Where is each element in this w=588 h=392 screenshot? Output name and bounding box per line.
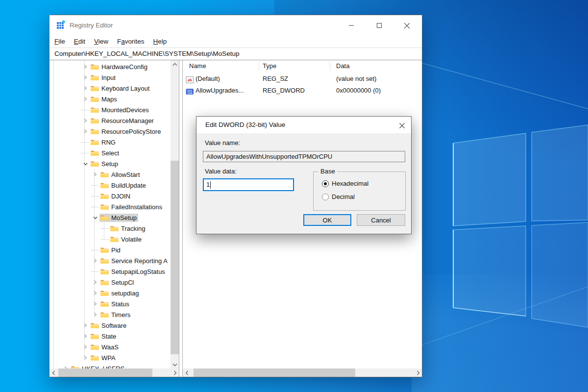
chevron-right-icon[interactable] (81, 126, 90, 137)
menu-help[interactable]: Help (149, 36, 172, 48)
tree-item-keyboard-layout[interactable]: Keyboard Layout (49, 83, 151, 94)
close-button[interactable] (393, 15, 421, 36)
scroll-right-icon[interactable] (171, 368, 179, 377)
folder-icon (100, 172, 109, 178)
address-bar[interactable]: Computer\HKEY_LOCAL_MACHINE\SYSTEM\Setup… (49, 48, 422, 60)
folder-icon (100, 301, 109, 307)
menu-favorites[interactable]: Favorites (113, 36, 149, 48)
folder-icon (91, 150, 99, 156)
tree-item-resourcemanager[interactable]: ResourceManager (49, 115, 155, 126)
cancel-button[interactable]: Cancel (357, 214, 405, 226)
base-group: Base Hexadecimal Decimal (313, 172, 406, 211)
chevron-right-icon[interactable] (81, 94, 90, 104)
tree-hscroll-thumb[interactable] (58, 368, 152, 377)
tree-item-volatile[interactable]: Volatile (49, 234, 143, 245)
title-bar[interactable]: Registry Editor (49, 15, 422, 36)
menu-file[interactable]: File (50, 36, 70, 48)
close-icon (404, 23, 410, 29)
tree-item-hkey-users[interactable]: HKEY_USERS (49, 363, 126, 368)
menu-view[interactable]: View (90, 36, 113, 48)
scroll-right-icon[interactable] (414, 368, 422, 377)
minimize-button[interactable] (337, 15, 365, 36)
chevron-right-icon[interactable] (91, 255, 99, 266)
value-name: AllowUpgrades... (196, 85, 244, 97)
radio-unselected-icon[interactable] (322, 194, 329, 200)
tree-item-setupcl[interactable]: SetupCl (49, 277, 135, 288)
radio-decimal[interactable]: Decimal (322, 193, 355, 200)
tree-item-mounteddevices[interactable]: MountedDevices (49, 104, 150, 115)
tree-item-tracking[interactable]: Tracking (49, 223, 147, 234)
value-data-input[interactable]: 1 (203, 178, 294, 191)
tree-item-status[interactable]: Status (49, 298, 131, 309)
tree-item-djoin[interactable]: DJOIN (49, 191, 132, 201)
tree-horizontal-scrollbar[interactable] (49, 368, 179, 377)
tree-item-service-reporting-a[interactable]: Service Reporting A (49, 255, 169, 266)
tree-item-label: Input (101, 74, 116, 81)
chevron-right-icon[interactable] (81, 352, 90, 363)
tree-item-label: Volatile (121, 236, 142, 243)
chevron-down-icon[interactable] (91, 212, 99, 223)
radio-hexadecimal[interactable]: Hexadecimal (322, 180, 368, 187)
chevron-right-icon[interactable] (91, 309, 99, 320)
maximize-button[interactable] (365, 15, 393, 36)
tree-item-setup[interactable]: Setup (49, 158, 120, 169)
tree-item-input[interactable]: Input (49, 72, 117, 83)
scroll-up-icon[interactable] (171, 60, 179, 69)
chevron-right-icon[interactable] (81, 331, 90, 342)
dialog-title-bar[interactable]: Edit DWORD (32-bit) Value (196, 117, 411, 133)
tree-leaf-stub (91, 180, 99, 191)
scroll-left-icon[interactable] (49, 368, 58, 377)
tree-item-select[interactable]: Select (49, 147, 121, 158)
dialog-close-button[interactable] (397, 121, 406, 130)
tree-item-maps[interactable]: Maps (49, 94, 119, 104)
tree-item-resourcepolicystore[interactable]: ResourcePolicyStore (49, 126, 162, 137)
list-horizontal-scrollbar[interactable] (183, 368, 422, 377)
tree-item-rng[interactable]: RNG (49, 137, 117, 147)
tree-item-setupapilogstatus[interactable]: SetupapiLogStatus (49, 266, 167, 277)
scroll-down-icon[interactable] (171, 360, 179, 368)
tree-item-pid[interactable]: Pid (49, 245, 122, 255)
tree-item-timers[interactable]: Timers (49, 309, 132, 320)
tree-item-label: Pid (111, 246, 121, 254)
value-name-field[interactable]: AllowUpgradesWithUnsupportedTPMOrCPU (203, 151, 405, 162)
tree-item-buildupdate[interactable]: BuildUpdate (49, 180, 147, 191)
registry-value-row-allowupgrades[interactable]: 011110AllowUpgrades...REG_DWORD0x0000000… (183, 85, 422, 97)
tree-item-label: SetupapiLogStatus (111, 268, 165, 275)
tree-item-hardwareconfig[interactable]: HardwareConfig (49, 61, 149, 72)
chevron-down-icon[interactable] (81, 158, 90, 169)
tree-item-wpa[interactable]: WPA (49, 352, 117, 363)
folder-icon (91, 96, 99, 102)
scroll-left-icon[interactable] (183, 368, 191, 377)
registry-value-row-default[interactable]: ab(Default)REG_SZ(value not set) (183, 73, 422, 85)
window-title: Registry Editor (70, 15, 113, 36)
value-name: (Default) (196, 73, 220, 85)
chevron-right-icon[interactable] (81, 61, 90, 72)
tree-item-allowstart[interactable]: AllowStart (49, 169, 142, 180)
tree-item-mosetup[interactable]: MoSetup (49, 212, 138, 223)
menu-edit[interactable]: Edit (70, 36, 90, 48)
tree-vertical-scrollbar[interactable] (171, 60, 179, 368)
chevron-right-icon[interactable] (81, 320, 90, 331)
tree-item-waas[interactable]: WaaS (49, 342, 120, 352)
radio-selected-icon[interactable] (322, 180, 329, 187)
tree-item-setupdiag[interactable]: setupdiag (49, 288, 140, 298)
chevron-right-icon[interactable] (91, 277, 99, 288)
chevron-right-icon[interactable] (81, 115, 90, 126)
chevron-right-icon[interactable] (81, 342, 90, 352)
chevron-right-icon[interactable] (81, 83, 90, 94)
tree-item-software[interactable]: Software (49, 320, 128, 331)
chevron-right-icon[interactable] (91, 298, 99, 309)
tree-item-state[interactable]: State (49, 331, 118, 342)
folder-icon (100, 312, 109, 318)
chevron-right-icon[interactable] (61, 363, 70, 368)
tree-item-failedinstallations[interactable]: FailedInstallations (49, 201, 164, 212)
chevron-right-icon[interactable] (91, 288, 99, 298)
value-data: (value not set) (336, 73, 376, 85)
tree-vscroll-thumb[interactable] (171, 161, 179, 354)
folder-icon (100, 193, 109, 199)
chevron-right-icon[interactable] (91, 169, 99, 180)
ok-button[interactable]: OK (303, 214, 351, 226)
list-hscroll-thumb[interactable] (194, 368, 355, 377)
chevron-right-icon[interactable] (81, 72, 90, 83)
menu-bar: FileEditViewFavoritesHelp (49, 36, 422, 48)
